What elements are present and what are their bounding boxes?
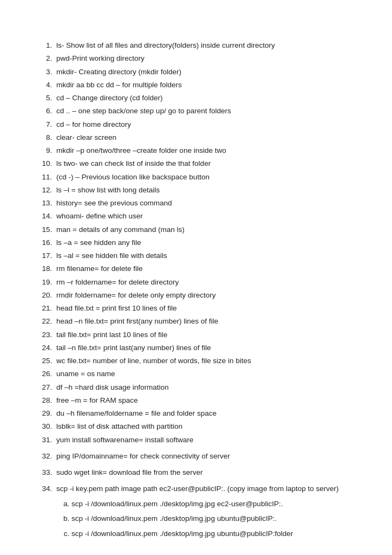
list-item: sudo wget link= download file from the s… <box>54 467 354 478</box>
list-item: ls –l = show list with long details <box>54 185 354 196</box>
list-item: free –m = for RAM space <box>54 395 354 406</box>
list-item: mkdir- Creating directory (mkdir folder) <box>54 67 354 78</box>
list-item: ping IP/domainname= for check connectivi… <box>54 451 354 462</box>
list-item: head –n file.txt= print first(any number… <box>54 316 354 327</box>
list-item: tail file.txt= print last 10 lines of fi… <box>54 330 354 340</box>
list-item: history= see the previous command <box>54 198 354 209</box>
list-item: cd .. – one step back/one step up/ go to… <box>54 106 354 117</box>
list-item: du –h filename/foldername = file and fol… <box>54 408 354 419</box>
list-item: ls two- we can check list of inside the … <box>54 158 354 169</box>
list-item: cd – for home directory <box>54 119 354 130</box>
list-item: scp -i key.pem path image path ec2-user@… <box>54 483 354 539</box>
sub-list-item: scp -i /download/linux.pem ./desktop/img… <box>71 513 354 525</box>
list-item: rmdir foldername= for delete only empty … <box>54 290 354 301</box>
list-item: ls –al = see hidden file with details <box>54 250 354 261</box>
list-item: rm filename= for delete file <box>54 263 354 274</box>
list-item: (cd -) – Previous location like backspac… <box>54 172 354 183</box>
list-item: wc file.txt= number of line, number of w… <box>54 356 354 366</box>
sub-list: scp -i /download/linux.pem ./desktop/img… <box>56 498 354 540</box>
list-item: head file.txt = print first 10 lines of … <box>54 303 354 314</box>
list-item: uname = os name <box>54 369 354 379</box>
sub-list-item: scp -i /download/linux.pem ./desktop/img… <box>71 498 354 510</box>
list-item: ls- Show list of all files and directory… <box>54 40 354 51</box>
list-item: man = details of any command (man ls) <box>54 224 354 235</box>
list-item: clear- clear screen <box>54 132 354 143</box>
list-item: df –h =hard disk usage information <box>54 382 354 393</box>
list-item: pwd-Print working directory <box>54 53 354 64</box>
list-item: yum install softwarename= install softwa… <box>54 435 354 446</box>
sub-list-item: scp -i /download/linux.pem ./desktop/img… <box>71 528 354 540</box>
main-list: ls- Show list of all files and directory… <box>38 40 354 539</box>
list-item: lsblk= list of disk attached with partit… <box>54 421 354 432</box>
list-item: ls –a = see hidden any file <box>54 237 354 248</box>
list-item: rm –r foldername= for delete directory <box>54 277 354 288</box>
list-item: mkdir aa bb cc dd – for multiple folders <box>54 80 354 91</box>
list-item: tail –n file.txt= print last(any number)… <box>54 343 354 353</box>
list-item: cd – Change directory (cd folder) <box>54 93 354 104</box>
list-item: whoami- define which user <box>54 211 354 222</box>
list-item: mkdir –p one/two/three –create folder on… <box>54 145 354 156</box>
list-item-text: scp -i key.pem path image path ec2-user@… <box>56 485 338 493</box>
